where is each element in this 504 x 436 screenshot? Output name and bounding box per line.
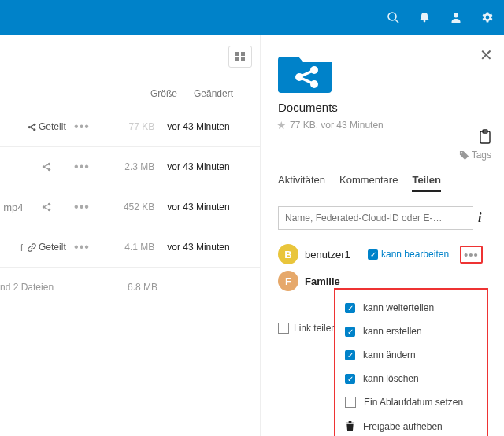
svg-rect-7	[241, 57, 245, 61]
tab-activity[interactable]: Aktivitäten	[278, 174, 325, 192]
panel-meta-text: 77 KB, vor 43 Minuten	[290, 120, 384, 131]
tab-comments[interactable]: Kommentare	[339, 174, 398, 192]
notifications-icon[interactable]	[417, 10, 432, 24]
checkbox-unchecked-icon	[345, 397, 356, 408]
share-indicator[interactable]	[23, 161, 69, 172]
tags-button[interactable]: Tags	[459, 150, 491, 161]
tab-share[interactable]: Teilen	[412, 174, 441, 192]
svg-point-14	[43, 205, 46, 209]
view-toggle-grid[interactable]	[228, 46, 252, 68]
perm-create[interactable]: ✓ kann erstellen	[339, 320, 484, 343]
row-actions[interactable]: •••	[69, 240, 94, 254]
share-indicator[interactable]	[23, 201, 69, 212]
folder-share-icon	[278, 49, 335, 93]
column-header-modified[interactable]: Geändert	[194, 88, 233, 99]
file-size: 2.3 MB	[94, 161, 155, 172]
perm-delete[interactable]: ✓ kann löschen	[339, 367, 484, 390]
tags-label: Tags	[472, 150, 491, 161]
avatar: F	[278, 271, 298, 291]
unshare-label: Freigabe aufheben	[363, 421, 443, 432]
checkbox-checked-icon: ✓	[368, 249, 378, 260]
svg-point-16	[48, 209, 51, 212]
svg-point-15	[48, 203, 51, 206]
svg-rect-6	[235, 57, 239, 61]
svg-point-9	[33, 123, 35, 125]
share-indicator[interactable]: Geteilt	[23, 121, 69, 132]
svg-point-12	[48, 163, 51, 166]
perm-label: Ein Ablaufdatum setzen	[364, 397, 463, 408]
file-row[interactable]: mp4 ••• 452 KB vor 43 Minuten	[0, 187, 260, 227]
search-icon[interactable]	[386, 10, 400, 24]
file-size: 452 KB	[94, 201, 155, 212]
share-label: Geteilt	[39, 242, 66, 253]
svg-rect-4	[235, 52, 239, 56]
share-entry: B benutzer1 ✓ kann bearbeiten •••	[278, 241, 504, 268]
column-header-size[interactable]: Größe	[130, 88, 177, 99]
info-icon[interactable]: i	[478, 211, 481, 225]
perm-change[interactable]: ✓ kann ändern	[339, 343, 484, 367]
share-list: B benutzer1 ✓ kann bearbeiten ••• F Fami…	[278, 241, 504, 294]
share-indicator[interactable]: Geteilt	[23, 242, 69, 253]
file-list: Geteilt ••• 77 KB vor 43 Minuten ••• 2.3…	[0, 107, 260, 307]
can-edit-checkbox[interactable]: ✓ kann bearbeiten	[368, 249, 449, 260]
can-edit-label: kann bearbeiten	[381, 249, 449, 260]
file-row[interactable]: ••• 2.3 MB vor 43 Minuten	[0, 147, 260, 187]
panel-meta: ★ 77 KB, vor 43 Minuten	[276, 119, 504, 131]
perm-reshare[interactable]: ✓ kann weiterteilen	[339, 296, 484, 320]
file-modified: vor 43 Minuten	[154, 121, 260, 132]
summary-size: 6.8 MB	[94, 282, 158, 293]
file-modified: vor 43 Minuten	[154, 161, 260, 172]
close-icon[interactable]: ✕	[480, 46, 493, 65]
checkbox-checked-icon: ✓	[345, 327, 355, 337]
svg-point-0	[388, 13, 396, 20]
settings-icon[interactable]	[480, 10, 495, 24]
file-size: 77 KB	[94, 121, 155, 132]
row-actions[interactable]: •••	[69, 200, 94, 214]
filename-fragment: f	[0, 242, 23, 253]
top-header	[0, 0, 504, 35]
panel-tabs: Aktivitäten Kommentare Teilen	[278, 174, 504, 192]
checkbox-checked-icon: ✓	[345, 350, 355, 360]
link-share-label: Link teilen	[294, 323, 336, 334]
perm-expiry[interactable]: Ein Ablaufdatum setzen	[339, 390, 484, 414]
share-permissions-dropdown: ✓ kann weiterteilen ✓ kann erstellen ✓ k…	[334, 288, 488, 436]
checkbox-unchecked-icon	[278, 323, 289, 334]
share-username: Familie	[305, 275, 361, 287]
share-username: benutzer1	[305, 249, 361, 260]
list-summary: nd 2 Dateien 6.8 MB	[0, 268, 260, 307]
svg-point-22	[461, 152, 462, 153]
perm-label: kann erstellen	[363, 326, 422, 337]
file-row[interactable]: Geteilt ••• 77 KB vor 43 Minuten	[0, 107, 260, 147]
row-actions[interactable]: •••	[69, 120, 94, 134]
summary-text: nd 2 Dateien	[0, 282, 94, 293]
svg-point-11	[43, 165, 46, 168]
filename-fragment: mp4	[0, 201, 23, 213]
share-more-button[interactable]: •••	[460, 246, 483, 264]
favorite-star-icon[interactable]: ★	[276, 119, 287, 131]
share-search-input[interactable]	[278, 206, 473, 230]
svg-point-13	[48, 168, 51, 172]
file-modified: vor 43 Minuten	[154, 201, 260, 212]
avatar: B	[278, 244, 298, 264]
svg-line-1	[395, 20, 398, 23]
trash-icon	[345, 420, 355, 432]
file-size: 4.1 MB	[94, 242, 155, 253]
perm-label: kann löschen	[363, 373, 419, 384]
perm-label: kann ändern	[363, 349, 416, 360]
contacts-icon[interactable]	[449, 10, 463, 24]
panel-title: Documents	[278, 101, 504, 114]
checkbox-checked-icon: ✓	[345, 303, 355, 313]
clipboard-icon[interactable]	[479, 129, 491, 145]
file-row[interactable]: f Geteilt ••• 4.1 MB vor 43 Minuten	[0, 227, 260, 268]
row-actions[interactable]: •••	[69, 160, 94, 174]
svg-point-8	[28, 125, 31, 127]
svg-point-2	[424, 20, 426, 23]
svg-rect-5	[241, 52, 245, 56]
share-label: Geteilt	[39, 121, 66, 132]
file-modified: vor 43 Minuten	[154, 242, 260, 253]
svg-point-3	[454, 13, 458, 18]
svg-point-10	[33, 128, 35, 131]
checkbox-checked-icon: ✓	[345, 374, 355, 384]
unshare-action[interactable]: Freigabe aufheben	[339, 414, 484, 436]
perm-label: kann weiterteilen	[363, 302, 434, 313]
